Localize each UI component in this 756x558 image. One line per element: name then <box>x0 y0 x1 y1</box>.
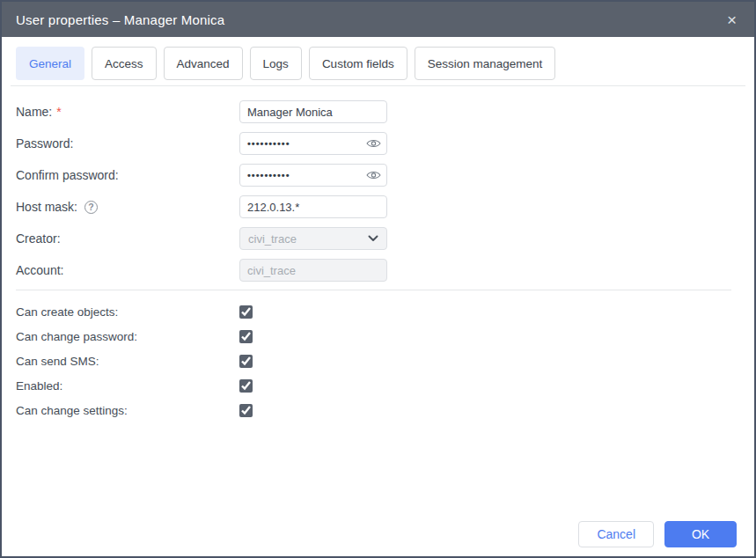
tab-bar: General Access Advanced Logs Custom fiel… <box>11 37 745 86</box>
enabled-checkbox[interactable] <box>239 379 253 393</box>
chevron-down-icon <box>368 235 378 242</box>
eye-icon[interactable] <box>366 138 381 149</box>
tab-general[interactable]: General <box>16 47 84 80</box>
tab-access[interactable]: Access <box>92 47 157 80</box>
dialog-titlebar: User properties – Manager Monica × <box>2 2 754 37</box>
host-mask-input[interactable] <box>239 195 387 218</box>
can-change-settings-checkbox[interactable] <box>239 404 253 417</box>
tab-custom-fields[interactable]: Custom fields <box>309 47 407 80</box>
can-send-sms-checkbox[interactable] <box>239 355 253 368</box>
can-send-sms-label: Can send SMS: <box>16 355 239 368</box>
close-icon[interactable]: × <box>723 10 740 30</box>
creator-select-value: civi_trace <box>248 232 297 246</box>
question-circle-icon[interactable]: ? <box>84 201 98 214</box>
dialog-title: User properties – Manager Monica <box>16 12 224 27</box>
enabled-label: Enabled: <box>16 379 239 393</box>
dialog-footer: Cancel OK <box>2 512 754 556</box>
checkbox-row-can-create-objects: Can create objects: <box>16 299 731 324</box>
field-row-account: Account: <box>16 254 731 286</box>
password-label: Password: <box>16 136 239 151</box>
can-change-password-checkbox[interactable] <box>239 330 253 343</box>
name-label: Name: * <box>16 105 239 119</box>
can-create-objects-label: Can create objects: <box>16 305 239 319</box>
section-divider <box>16 290 731 290</box>
creator-label: Creator: <box>16 231 239 246</box>
account-input <box>239 259 387 282</box>
user-properties-dialog: User properties – Manager Monica × Gener… <box>0 0 756 558</box>
password-input[interactable] <box>239 132 387 155</box>
can-change-settings-label: Can change settings: <box>16 404 239 417</box>
checkbox-row-can-change-password: Can change password: <box>16 324 731 349</box>
host-mask-label: Host mask: ? <box>16 200 239 214</box>
field-row-creator: Creator: civi_trace <box>16 223 731 254</box>
eye-icon[interactable] <box>366 170 381 180</box>
account-label: Account: <box>16 263 239 277</box>
field-row-host-mask: Host mask: ? <box>16 191 731 223</box>
creator-select: civi_trace <box>239 227 387 250</box>
checkbox-row-can-send-sms: Can send SMS: <box>16 349 731 373</box>
general-tab-panel: Name: * Password: Confirm pas <box>2 86 754 422</box>
tab-logs[interactable]: Logs <box>250 47 302 80</box>
can-create-objects-checkbox[interactable] <box>239 305 253 319</box>
cancel-button[interactable]: Cancel <box>578 521 654 547</box>
can-change-password-label: Can change password: <box>16 330 239 343</box>
field-row-confirm-password: Confirm password: <box>16 159 731 191</box>
tab-advanced[interactable]: Advanced <box>164 47 243 80</box>
required-asterisk: * <box>56 105 61 119</box>
checkbox-row-enabled: Enabled: <box>16 373 731 398</box>
field-row-password: Password: <box>16 128 731 159</box>
ok-button[interactable]: OK <box>664 521 737 547</box>
checkbox-row-can-change-settings: Can change settings: <box>16 398 731 422</box>
tab-session-management[interactable]: Session management <box>415 47 556 80</box>
confirm-password-input[interactable] <box>239 164 387 187</box>
field-row-name: Name: * <box>16 96 731 128</box>
confirm-password-label: Confirm password: <box>16 168 239 182</box>
name-input[interactable] <box>239 100 387 123</box>
